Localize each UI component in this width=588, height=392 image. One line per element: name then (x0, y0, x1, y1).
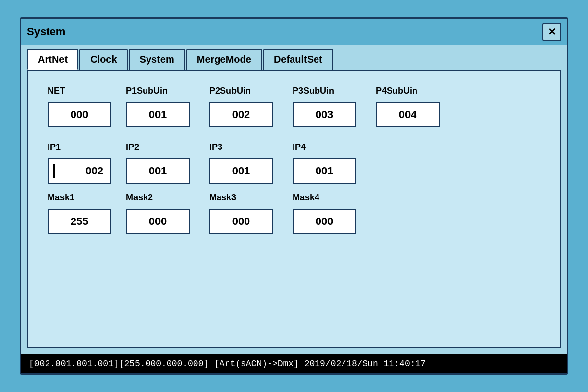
mask4-label: Mask4 (293, 193, 376, 203)
p3-label: P3SubUin (293, 86, 376, 96)
mask1-label: Mask1 (48, 193, 126, 203)
ip4-label: IP4 (293, 142, 376, 152)
system-window: System ✕ ArtNet Clock System MergeMode D… (20, 17, 568, 375)
ip2-input[interactable]: 001 (126, 158, 190, 184)
net-input[interactable]: 000 (48, 102, 111, 127)
p2-label: P2SubUin (209, 86, 293, 96)
ip1-input[interactable]: 002 (48, 158, 111, 184)
mask2-input[interactable]: 000 (126, 209, 190, 234)
ip2-label: IP2 (126, 142, 209, 152)
ip3-label: IP3 (209, 142, 293, 152)
status-bar: [002.001.001.001][255.000.000.000] [Art(… (21, 354, 567, 373)
p4-input[interactable]: 004 (376, 102, 440, 127)
tab-system[interactable]: System (129, 49, 185, 70)
tab-defaultset[interactable]: DefaultSet (263, 49, 333, 70)
p2-input[interactable]: 002 (209, 102, 273, 127)
mask1-input[interactable]: 255 (48, 209, 111, 234)
p1-input[interactable]: 001 (126, 102, 190, 127)
p3-input[interactable]: 003 (293, 102, 356, 127)
status-text: [002.001.001.001][255.000.000.000] [Art(… (29, 359, 426, 368)
tab-bar: ArtNet Clock System MergeMode DefaultSet (21, 45, 567, 70)
content-area: NET P1SubUin P2SubUin P3SubUin P4SubUin … (27, 70, 561, 348)
ip4-input[interactable]: 001 (293, 158, 356, 184)
tab-artnet[interactable]: ArtNet (27, 49, 78, 70)
tab-mergemode[interactable]: MergeMode (186, 49, 262, 70)
ip1-label: IP1 (48, 142, 126, 152)
mask4-input[interactable]: 000 (293, 209, 356, 234)
mask2-label: Mask2 (126, 193, 209, 203)
net-label: NET (48, 86, 126, 96)
close-button[interactable]: ✕ (542, 23, 561, 41)
tab-clock[interactable]: Clock (79, 49, 127, 70)
ip3-input[interactable]: 001 (209, 158, 273, 184)
p1-label: P1SubUin (126, 86, 209, 96)
title-bar: System ✕ (21, 19, 567, 45)
window-title: System (27, 25, 65, 38)
mask3-label: Mask3 (209, 193, 293, 203)
p4-label: P4SubUin (376, 86, 459, 96)
mask3-input[interactable]: 000 (209, 209, 273, 234)
